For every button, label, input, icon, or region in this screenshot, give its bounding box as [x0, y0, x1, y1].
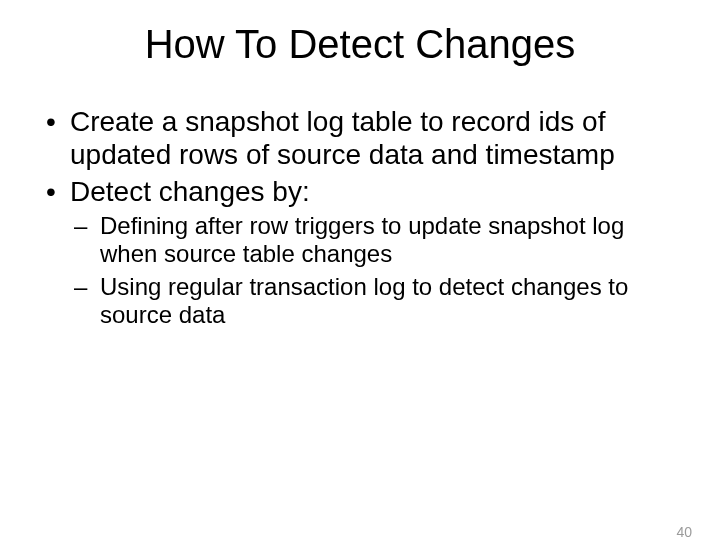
page-number: 40: [676, 524, 692, 540]
sub-bullet-text: Defining after row triggers to update sn…: [100, 212, 624, 267]
bullet-list: Create a snapshot log table to record id…: [40, 105, 680, 329]
list-item: Detect changes by: Defining after row tr…: [40, 175, 680, 329]
sub-bullet-text: Using regular transaction log to detect …: [100, 273, 628, 328]
slide-title: How To Detect Changes: [0, 22, 720, 67]
list-item: Using regular transaction log to detect …: [70, 273, 680, 330]
bullet-text: Create a snapshot log table to record id…: [70, 106, 615, 170]
slide: How To Detect Changes Create a snapshot …: [0, 22, 720, 540]
bullet-text: Detect changes by:: [70, 176, 310, 207]
list-item: Create a snapshot log table to record id…: [40, 105, 680, 171]
sub-bullet-list: Defining after row triggers to update sn…: [70, 212, 680, 329]
list-item: Defining after row triggers to update sn…: [70, 212, 680, 269]
